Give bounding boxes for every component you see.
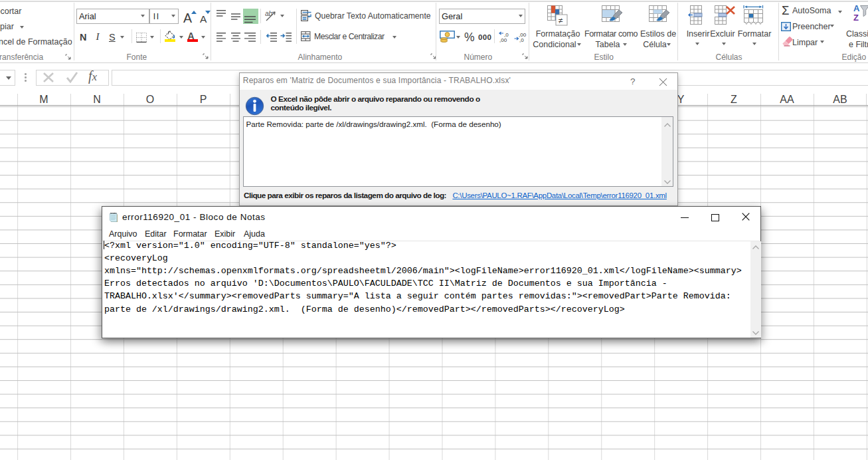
svg-text:ab: ab bbox=[265, 10, 273, 17]
svg-text:≠: ≠ bbox=[559, 16, 563, 25]
svg-text:,00: ,00 bbox=[499, 37, 507, 43]
svg-text:,0: ,0 bbox=[519, 37, 524, 43]
